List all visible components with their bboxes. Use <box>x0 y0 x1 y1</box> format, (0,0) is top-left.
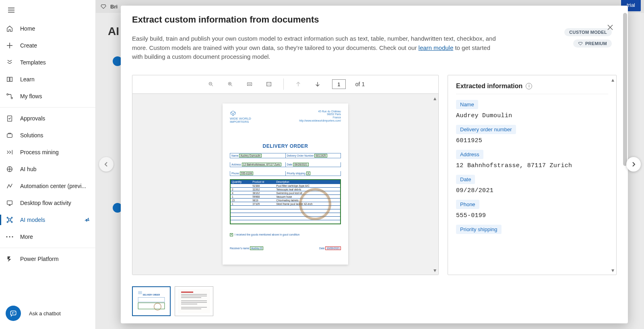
dialog-title: Extract custom information from document… <box>132 14 612 25</box>
page-number-input[interactable] <box>332 79 346 89</box>
nav-templates[interactable]: Templates <box>0 54 95 71</box>
extracted-field: Address12 Bahnhofstrasse, 87117 Zurich <box>456 150 608 169</box>
svg-rect-21 <box>138 291 142 294</box>
extracted-field: Delivery order number6011925 <box>456 125 608 144</box>
svg-rect-27 <box>181 292 193 293</box>
close-button[interactable] <box>605 22 616 33</box>
sample-thumbnails: DELIVERY ORDER <box>121 282 628 323</box>
svg-point-12 <box>9 236 10 237</box>
chatbot-label: Ask a chatbot <box>29 310 61 317</box>
svg-rect-35 <box>181 308 201 309</box>
nav-process-mining[interactable]: Process mining <box>0 144 95 161</box>
field-tag: Phone <box>456 200 479 209</box>
hamburger-icon <box>8 7 14 13</box>
svg-rect-31 <box>181 300 207 301</box>
fit-width-button[interactable] <box>245 79 254 89</box>
pin-icon[interactable] <box>84 217 90 223</box>
info-scroll-down[interactable]: ▾ <box>610 267 615 273</box>
field-value: Audrey Dumoulin <box>456 112 608 119</box>
nav-solutions[interactable]: Solutions <box>0 127 95 144</box>
svg-rect-34 <box>181 307 207 308</box>
nav-solutions-label: Solutions <box>20 132 43 139</box>
svg-rect-19 <box>266 82 271 86</box>
nav-ai-models[interactable]: AI models <box>0 211 95 228</box>
zoom-in-button[interactable] <box>225 79 235 89</box>
flows-icon <box>6 92 14 100</box>
model-details-dialog: Extract custom information from document… <box>121 6 628 323</box>
chatbot-launcher[interactable]: Ask a chatbot <box>0 302 95 329</box>
nav-home[interactable]: Home <box>0 20 95 37</box>
extracted-info-panel: ▴ ▾ Extracted information i NameAudrey D… <box>448 75 617 275</box>
svg-point-0 <box>7 94 8 95</box>
viewer-toolbar: of 1 <box>132 75 438 94</box>
extracted-info-title: Extracted information <box>456 83 522 90</box>
arrow-up-icon <box>296 81 301 87</box>
extracted-field: Date09/28/2021 <box>456 175 608 194</box>
zoom-out-icon <box>208 81 213 88</box>
svg-rect-30 <box>181 297 201 298</box>
nav-desktop-flow-label: Desktop flow activity <box>20 200 71 206</box>
info-icon[interactable]: i <box>526 83 532 89</box>
nav-approvals[interactable]: Approvals <box>0 110 95 127</box>
nav-create[interactable]: Create <box>0 37 95 54</box>
svg-rect-33 <box>181 304 197 304</box>
nav-automation-center[interactable]: Automation center (previ... <box>0 178 95 195</box>
extracted-field: Priority shipping <box>456 225 608 237</box>
document-viewer: of 1 ▴ ▾ WIDE WORLD IMPORTERS 45 <box>132 75 439 275</box>
svg-rect-3 <box>7 134 12 137</box>
nav-myflows-label: My flows <box>20 93 42 99</box>
nav-ai-hub-label: AI hub <box>20 166 36 172</box>
sample-thumb-2[interactable] <box>175 286 213 316</box>
doc-title: DELIVERY ORDER <box>230 143 341 149</box>
more-icon <box>6 233 14 241</box>
document-page: WIDE WORLD IMPORTERS 45 Rue du Château 9… <box>223 103 348 265</box>
chatbot-icon[interactable] <box>6 306 21 321</box>
hamburger-button[interactable] <box>6 4 17 16</box>
nav-power-platform-label: Power Platform <box>20 256 59 262</box>
templates-icon <box>6 58 14 66</box>
field-value: 12 Bahnhofstrasse, 87117 Zurich <box>456 162 608 169</box>
ai-hub-icon <box>6 165 14 173</box>
nav-power-platform[interactable]: Power Platform <box>0 250 95 267</box>
close-icon <box>607 24 613 31</box>
svg-text:DELIVERY ORDER: DELIVERY ORDER <box>143 294 160 296</box>
carousel-next-button[interactable] <box>626 157 641 172</box>
sample-thumb-1[interactable]: DELIVERY ORDER <box>132 286 171 316</box>
document-scroll-area[interactable]: ▴ ▾ WIDE WORLD IMPORTERS 45 Rue du Châte… <box>132 94 438 275</box>
nav-templates-label: Templates <box>20 59 46 66</box>
nav-collapse-button[interactable] <box>99 157 114 172</box>
svg-rect-29 <box>181 296 207 296</box>
fit-page-button[interactable] <box>264 79 274 89</box>
field-value: 555-0199 <box>456 212 608 219</box>
fit-width-icon <box>247 81 252 87</box>
chevron-left-icon <box>104 161 109 167</box>
dialog-description: Easily build, train and publish your own… <box>132 34 498 62</box>
learn-module-link[interactable]: learn module <box>419 44 454 51</box>
toolbar-separator <box>283 79 284 90</box>
field-tag: Priority shipping <box>456 225 502 234</box>
nav-desktop-flow[interactable]: Desktop flow activity <box>0 195 95 211</box>
field-tag: Address <box>456 150 483 159</box>
nav-divider-2 <box>0 248 95 248</box>
nav-more-label: More <box>20 234 33 240</box>
info-scroll-up[interactable]: ▴ <box>610 77 615 83</box>
prev-page-button[interactable] <box>293 79 303 89</box>
nav-ai-hub[interactable]: AI hub <box>0 161 95 178</box>
desktop-icon <box>6 199 14 207</box>
dialog-scrollbar[interactable] <box>623 13 627 166</box>
next-page-button[interactable] <box>313 79 322 89</box>
zoom-in-icon <box>228 81 233 88</box>
zoom-out-button[interactable] <box>206 79 216 89</box>
doc-scroll-down[interactable]: ▾ <box>432 267 438 273</box>
env-name: Bri <box>110 4 118 10</box>
nav-approvals-label: Approvals <box>20 115 45 122</box>
nav-learn[interactable]: Learn <box>0 71 95 88</box>
svg-point-13 <box>12 236 13 237</box>
automation-center-icon <box>6 182 14 190</box>
doc-scroll-up[interactable]: ▴ <box>432 95 438 101</box>
nav-more[interactable]: More <box>0 228 95 245</box>
chevron-right-icon <box>631 161 636 167</box>
nav-myflows[interactable]: My flows <box>0 88 95 105</box>
plus-icon <box>6 41 14 50</box>
diamond-icon <box>578 41 583 46</box>
